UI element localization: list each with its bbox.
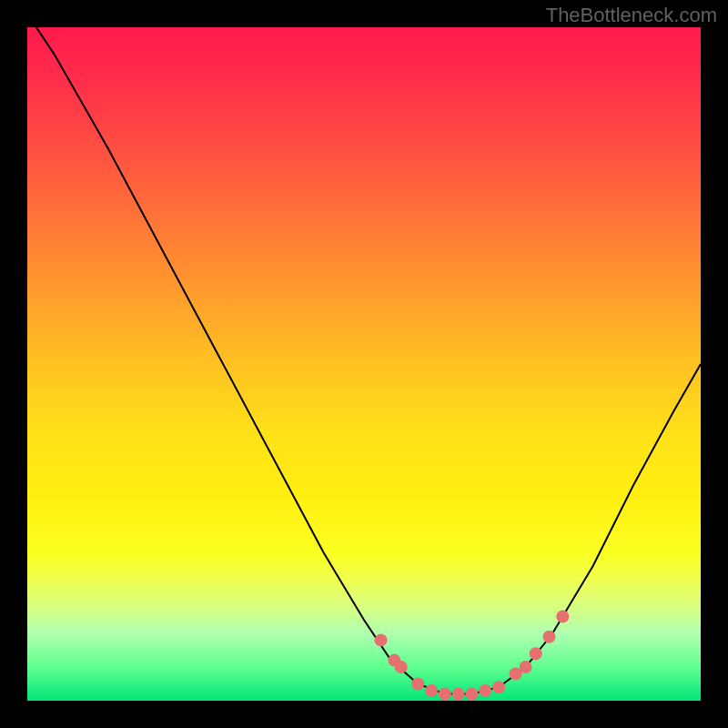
data-marker [395, 661, 408, 673]
data-markers [375, 611, 570, 701]
data-marker [530, 647, 542, 660]
bottleneck-curve [27, 14, 701, 693]
data-marker [479, 684, 491, 697]
chart-plot-area [27, 27, 701, 701]
data-marker [520, 661, 532, 673]
data-marker [556, 611, 569, 623]
data-marker [465, 688, 478, 701]
chart-svg [27, 27, 701, 701]
data-marker [411, 678, 424, 691]
data-marker [425, 684, 438, 697]
data-marker [543, 631, 556, 643]
data-marker [439, 688, 451, 701]
data-marker [492, 681, 505, 693]
data-marker [452, 688, 465, 701]
attribution-text: TheBottleneck.com [546, 4, 717, 27]
data-marker [375, 633, 388, 646]
